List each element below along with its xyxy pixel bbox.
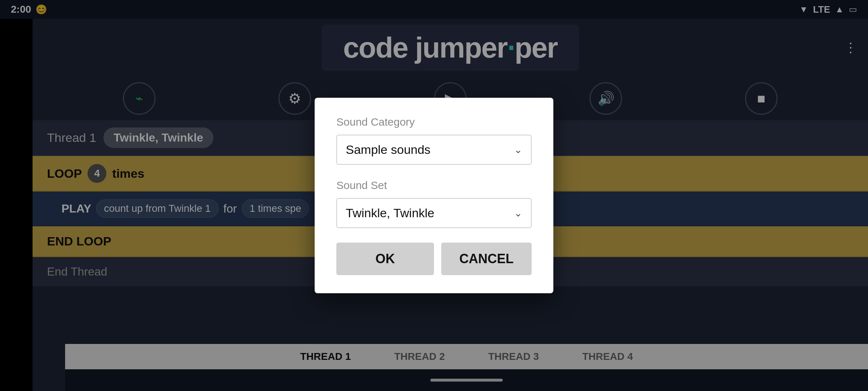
sound-set-value: Twinkle, Twinkle — [346, 206, 434, 220]
sound-category-dialog: Sound Category Sample sounds ⌄ Sound Set… — [315, 98, 553, 293]
sound-category-select[interactable]: Sample sounds ⌄ — [336, 135, 532, 165]
ok-button[interactable]: OK — [336, 243, 434, 275]
sound-category-chevron: ⌄ — [514, 144, 522, 156]
dialog-overlay: Sound Category Sample sounds ⌄ Sound Set… — [0, 0, 868, 391]
dialog-buttons: OK CANCEL — [336, 243, 532, 275]
sound-category-value: Sample sounds — [346, 143, 430, 157]
sound-set-select[interactable]: Twinkle, Twinkle ⌄ — [336, 198, 532, 228]
sound-set-chevron: ⌄ — [514, 207, 522, 219]
sound-set-label: Sound Set — [336, 179, 532, 192]
sound-category-label: Sound Category — [336, 116, 532, 128]
cancel-button[interactable]: CANCEL — [441, 243, 532, 275]
